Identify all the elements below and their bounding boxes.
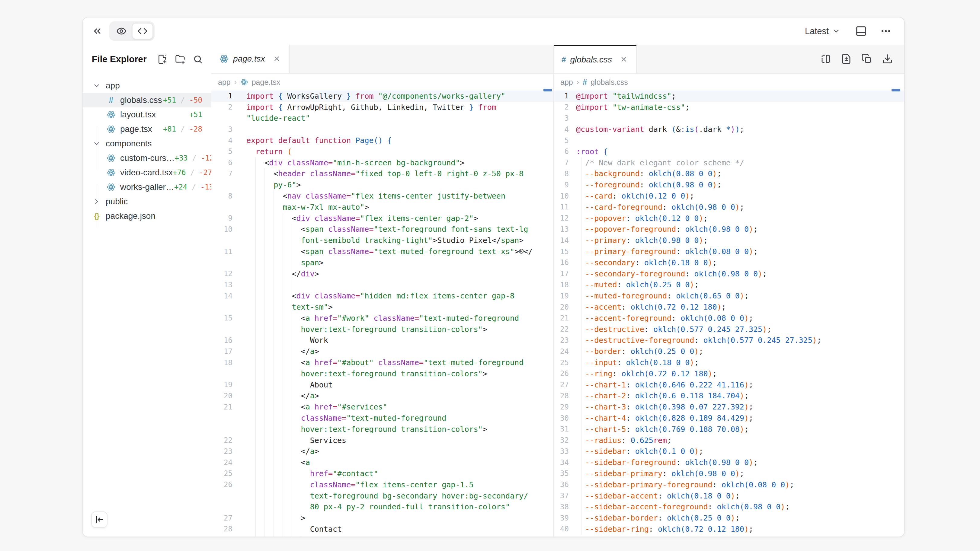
- code-line: 17 </a>: [212, 346, 553, 357]
- code-line: 22 --destructive: oklch(0.577 0.245 27.3…: [554, 324, 904, 335]
- close-icon: ✕: [274, 54, 280, 64]
- new-file-button[interactable]: [157, 54, 167, 64]
- code-line: 21 <a href="#services": [212, 401, 553, 413]
- code-line: 2import { ArrowUpRight, Github, Linkedin…: [212, 102, 553, 113]
- download-button[interactable]: [882, 53, 893, 64]
- file-explorer-title: File Explorer: [92, 54, 147, 64]
- line-number: 11: [554, 203, 569, 211]
- file-name: public: [106, 197, 128, 206]
- file-tree-item-page-tsx[interactable]: page.tsx+81 / -28: [83, 122, 212, 137]
- line-number: 13: [212, 281, 232, 289]
- file-tree-item-globals-css[interactable]: #globals.css+51 / -50: [83, 93, 212, 107]
- code-line: 36 --sidebar-primary-foreground: oklch(0…: [554, 479, 904, 490]
- code-line: 28 Contact: [212, 524, 553, 535]
- breadcrumb: app › # globals.css: [554, 74, 904, 91]
- panel-bottom-button[interactable]: [855, 25, 867, 37]
- split-view-button[interactable]: [820, 53, 831, 64]
- line-number: 15: [212, 314, 232, 322]
- copy-button[interactable]: [861, 53, 872, 64]
- breadcrumb-file: page.tsx: [252, 78, 280, 87]
- css-hash-icon: #: [583, 78, 587, 87]
- version-selector[interactable]: Latest: [803, 26, 842, 37]
- code-line: 3: [212, 124, 553, 135]
- code-line: 10 --card: oklch(0.12 0 0);: [554, 191, 904, 202]
- line-number: 14: [212, 292, 232, 300]
- version-label: Latest: [805, 26, 829, 36]
- file-tree-item-works-galler[interactable]: works-galler…+24 / -13: [83, 180, 212, 194]
- file-tree-item-custom-curs[interactable]: custom-curs…+33 / -12: [83, 151, 212, 165]
- ellipsis-icon: [880, 25, 891, 37]
- line-number: 10: [212, 225, 232, 233]
- code-line: 1import { WorksGallery } from "@/compone…: [212, 91, 553, 102]
- file-tree-item-app[interactable]: app: [83, 78, 212, 93]
- tab-globals-css[interactable]: # globals.css ✕: [554, 44, 637, 73]
- chevron-down-icon: [93, 82, 100, 90]
- line-number: 40: [554, 525, 569, 533]
- code-line: 8 <nav className="flex items-center just…: [212, 191, 553, 202]
- line-number: 16: [554, 258, 569, 267]
- file-tree-item-components[interactable]: components: [83, 137, 212, 151]
- line-number: 30: [554, 414, 569, 422]
- code-line: font-semibold tracking-tight">Studio Pix…: [212, 235, 553, 246]
- line-number: 26: [554, 369, 569, 378]
- preview-toggle-button[interactable]: [111, 23, 132, 39]
- line-number: 2: [554, 103, 569, 111]
- line-number: 23: [554, 336, 569, 345]
- file-diff-button[interactable]: [841, 53, 852, 64]
- folder-plus-icon: [175, 54, 185, 64]
- toolbar-right: Latest: [803, 25, 891, 37]
- line-number: 18: [212, 359, 232, 367]
- code-area[interactable]: 1@import "tailwindcss";2@import "tw-anim…: [554, 91, 904, 537]
- line-number: 11: [212, 248, 232, 256]
- line-number: 38: [554, 503, 569, 511]
- file-tree-item-video-card-tsx[interactable]: video-card.tsx+76 / -27: [83, 165, 212, 180]
- line-number: 28: [212, 525, 232, 533]
- diff-counts: +81 / -28: [163, 125, 202, 133]
- close-tab-button[interactable]: ✕: [619, 55, 629, 65]
- code-toggle-button[interactable]: [132, 23, 153, 39]
- scrollbar-thumb[interactable]: [891, 89, 900, 91]
- file-name: custom-curs…: [120, 153, 175, 163]
- more-options-button[interactable]: [880, 25, 891, 37]
- code-line: 25 href="#contact": [212, 468, 553, 479]
- line-number: 39: [554, 514, 569, 522]
- file-tree-item-public[interactable]: public: [83, 194, 212, 209]
- code-line: 18 --muted: oklch(0.25 0 0);: [554, 279, 904, 291]
- line-number: 17: [212, 347, 232, 356]
- code-line: 14 <div className="hidden md:flex items-…: [212, 290, 553, 302]
- code-area[interactable]: 1import { WorksGallery } from "@/compone…: [212, 91, 553, 537]
- panel-left-close-icon: [94, 515, 104, 524]
- chevrons-left-icon: [92, 25, 103, 37]
- line-number: 22: [212, 436, 232, 445]
- new-folder-button[interactable]: [175, 54, 185, 64]
- file-tree-item-layout-tsx[interactable]: layout.tsx+51: [83, 107, 212, 122]
- react-icon: [107, 183, 116, 192]
- code-line: 40 --sidebar-ring: oklch(0.72 0.12 180);: [554, 524, 904, 535]
- file-name: app: [106, 81, 120, 91]
- code-line: "lucide-react": [212, 113, 553, 124]
- line-number: 5: [212, 147, 232, 156]
- collapse-panel-button[interactable]: [92, 25, 103, 37]
- file-diff-icon: [841, 53, 852, 64]
- copy-icon: [861, 53, 872, 64]
- line-number: 20: [554, 303, 569, 311]
- css-hash-icon: #: [562, 55, 566, 64]
- file-tree-item-package-json[interactable]: {}package.json: [83, 209, 212, 223]
- download-icon: [882, 53, 893, 64]
- code-line: 25 --input: oklch(0.18 0 0);: [554, 357, 904, 368]
- file-explorer: File Explorer: [83, 44, 212, 537]
- code-line: 23 --destructive-foreground: oklch(0.577…: [554, 335, 904, 346]
- close-tab-button[interactable]: ✕: [272, 54, 282, 64]
- chevron-down-icon: [832, 27, 840, 35]
- tab-page-tsx[interactable]: page.tsx ✕: [212, 44, 290, 73]
- chevron-right-icon: ›: [577, 78, 579, 86]
- code-line: 24 <a: [212, 457, 553, 468]
- scrollbar-thumb[interactable]: [543, 89, 552, 91]
- breadcrumb: app › page.tsx: [212, 74, 553, 91]
- line-number: 22: [554, 325, 569, 333]
- react-icon: [107, 154, 116, 163]
- collapse-sidebar-button[interactable]: [91, 511, 108, 528]
- search-files-button[interactable]: [193, 54, 203, 64]
- code-line: 17 --secondary-foreground: oklch(0.98 0 …: [554, 268, 904, 279]
- code-line: 4export default function Page() {: [212, 135, 553, 146]
